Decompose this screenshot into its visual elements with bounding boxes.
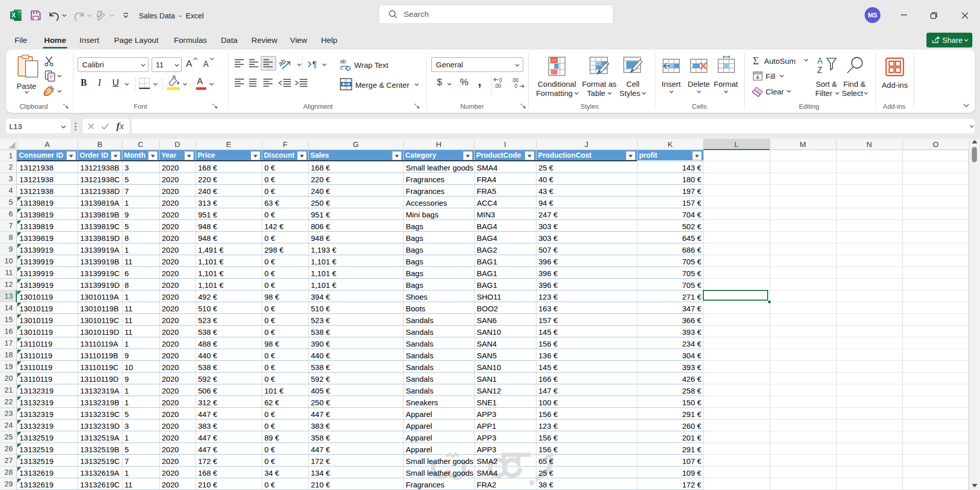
svg-text:Z: Z bbox=[817, 66, 822, 75]
svg-text:0: 0 bbox=[514, 83, 518, 89]
svg-text:0: 0 bbox=[499, 78, 502, 83]
svg-text:ab: ab bbox=[340, 58, 346, 64]
svg-text:c: c bbox=[340, 65, 343, 71]
svg-text:.00: .00 bbox=[494, 83, 501, 89]
svg-text:X: X bbox=[11, 12, 15, 19]
svg-text:.00: .00 bbox=[511, 78, 519, 83]
svg-text:¶: ¶ bbox=[312, 60, 317, 69]
svg-text:A: A bbox=[817, 57, 823, 65]
